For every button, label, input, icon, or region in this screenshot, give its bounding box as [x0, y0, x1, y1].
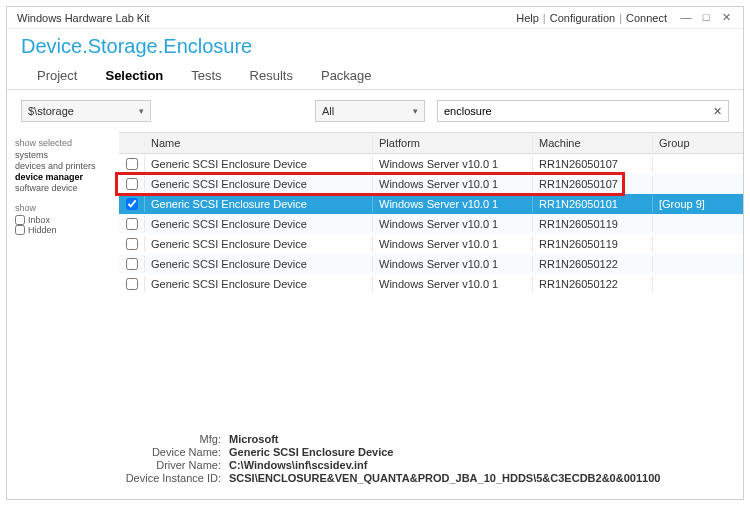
row-checkbox[interactable] — [126, 278, 138, 290]
device-table: Name Platform Machine Group Generic SCSI… — [119, 132, 743, 424]
content-area: show selected systemsdevices and printer… — [7, 132, 743, 424]
tab-project[interactable]: Project — [35, 64, 79, 89]
col-machine[interactable]: Machine — [533, 135, 653, 151]
sidebar-check-hidden[interactable]: Hidden — [15, 225, 111, 235]
cell-platform: Windows Server v10.0 1 — [373, 176, 533, 192]
sidebar-opt-systems[interactable]: systems — [15, 150, 111, 160]
search-input[interactable] — [444, 105, 713, 117]
cell-name: Generic SCSI Enclosure Device — [145, 256, 373, 272]
row-checkbox[interactable] — [126, 218, 138, 230]
window-controls: — □ ✕ — [679, 11, 733, 24]
cell-group — [653, 282, 743, 286]
help-link[interactable]: Help — [516, 12, 539, 24]
devname-value: Generic SCSI Enclosure Device — [229, 446, 393, 458]
sidebar: show selected systemsdevices and printer… — [7, 132, 119, 424]
configuration-link[interactable]: Configuration — [550, 12, 615, 24]
cell-machine: RR1N26050122 — [533, 276, 653, 292]
sidebar-section-show: show — [15, 203, 111, 213]
cell-group — [653, 182, 743, 186]
table-row[interactable]: Generic SCSI Enclosure DeviceWindows Ser… — [119, 214, 743, 234]
connect-link[interactable]: Connect — [626, 12, 667, 24]
driver-label: Driver Name: — [21, 459, 221, 471]
cell-platform: Windows Server v10.0 1 — [373, 156, 533, 172]
table-header: Name Platform Machine Group — [119, 132, 743, 154]
titlebar: Windows Hardware Lab Kit Help | Configur… — [7, 7, 743, 29]
cell-platform: Windows Server v10.0 1 — [373, 236, 533, 252]
mfg-label: Mfg: — [21, 433, 221, 445]
table-row[interactable]: Generic SCSI Enclosure DeviceWindows Ser… — [119, 174, 743, 194]
cell-name: Generic SCSI Enclosure Device — [145, 196, 373, 212]
cell-machine: RR1N26050107 — [533, 176, 653, 192]
instance-label: Device Instance ID: — [21, 472, 221, 484]
cell-machine: RR1N26050101 — [533, 196, 653, 212]
table-row[interactable]: Generic SCSI Enclosure DeviceWindows Ser… — [119, 234, 743, 254]
sidebar-opt-device-manager[interactable]: device manager — [15, 172, 111, 182]
tab-package[interactable]: Package — [319, 64, 374, 89]
cell-platform: Windows Server v10.0 1 — [373, 256, 533, 272]
search-box[interactable]: ✕ — [437, 100, 729, 122]
clear-search-icon[interactable]: ✕ — [713, 105, 722, 118]
cell-group — [653, 222, 743, 226]
cell-platform: Windows Server v10.0 1 — [373, 216, 533, 232]
row-checkbox[interactable] — [126, 238, 138, 250]
app-window: Windows Hardware Lab Kit Help | Configur… — [6, 6, 744, 500]
cell-platform: Windows Server v10.0 1 — [373, 196, 533, 212]
table-row[interactable]: Generic SCSI Enclosure DeviceWindows Ser… — [119, 194, 743, 214]
details-panel: Mfg:Microsoft Device Name:Generic SCSI E… — [7, 424, 743, 499]
mfg-value: Microsoft — [229, 433, 279, 445]
col-platform[interactable]: Platform — [373, 135, 533, 151]
sidebar-opt-devices-and-printers[interactable]: devices and printers — [15, 161, 111, 171]
titlebar-links: Help | Configuration | Connect — [516, 12, 667, 24]
page-title: Device.Storage.Enclosure — [7, 29, 743, 58]
minimize-icon[interactable]: — — [679, 11, 693, 24]
instance-value: SCSI\ENCLOSURE&VEN_QUANTA&PROD_JBA_10_HD… — [229, 472, 660, 484]
app-title: Windows Hardware Lab Kit — [17, 12, 516, 24]
sidebar-check-inbox[interactable]: Inbox — [15, 215, 111, 225]
cell-name: Generic SCSI Enclosure Device — [145, 156, 373, 172]
cell-name: Generic SCSI Enclosure Device — [145, 236, 373, 252]
cell-machine: RR1N26050119 — [533, 236, 653, 252]
row-checkbox[interactable] — [126, 258, 138, 270]
filter-row: $\storage ▾ All ▾ ✕ — [7, 90, 743, 132]
sidebar-section-show-selected: show selected — [15, 138, 111, 148]
maximize-icon[interactable]: □ — [699, 11, 713, 24]
cell-name: Generic SCSI Enclosure Device — [145, 276, 373, 292]
cell-platform: Windows Server v10.0 1 — [373, 276, 533, 292]
cell-group — [653, 262, 743, 266]
tab-tests[interactable]: Tests — [189, 64, 223, 89]
sidebar-opt-software-device[interactable]: software device — [15, 183, 111, 193]
row-checkbox[interactable] — [126, 178, 138, 190]
devname-label: Device Name: — [21, 446, 221, 458]
tab-results[interactable]: Results — [248, 64, 295, 89]
col-name[interactable]: Name — [145, 135, 373, 151]
cell-machine: RR1N26050122 — [533, 256, 653, 272]
category-value: All — [322, 105, 334, 117]
cell-name: Generic SCSI Enclosure Device — [145, 216, 373, 232]
cell-group — [653, 242, 743, 246]
scope-value: $\storage — [28, 105, 74, 117]
cell-group: [Group 9] — [653, 196, 743, 212]
tab-selection[interactable]: Selection — [103, 64, 165, 89]
cell-machine: RR1N26050107 — [533, 156, 653, 172]
cell-machine: RR1N26050119 — [533, 216, 653, 232]
cell-group — [653, 162, 743, 166]
table-row[interactable]: Generic SCSI Enclosure DeviceWindows Ser… — [119, 274, 743, 294]
table-row[interactable]: Generic SCSI Enclosure DeviceWindows Ser… — [119, 154, 743, 174]
chevron-down-icon: ▾ — [413, 106, 418, 116]
table-row[interactable]: Generic SCSI Enclosure DeviceWindows Ser… — [119, 254, 743, 274]
driver-value: C:\Windows\inf\scsidev.inf — [229, 459, 367, 471]
close-icon[interactable]: ✕ — [719, 11, 733, 24]
col-group[interactable]: Group — [653, 135, 743, 151]
col-checkbox — [119, 141, 145, 145]
tabs: ProjectSelectionTestsResultsPackage — [7, 58, 743, 90]
category-dropdown[interactable]: All ▾ — [315, 100, 425, 122]
cell-name: Generic SCSI Enclosure Device — [145, 176, 373, 192]
row-checkbox[interactable] — [126, 158, 138, 170]
chevron-down-icon: ▾ — [139, 106, 144, 116]
row-checkbox[interactable] — [126, 198, 138, 210]
scope-dropdown[interactable]: $\storage ▾ — [21, 100, 151, 122]
